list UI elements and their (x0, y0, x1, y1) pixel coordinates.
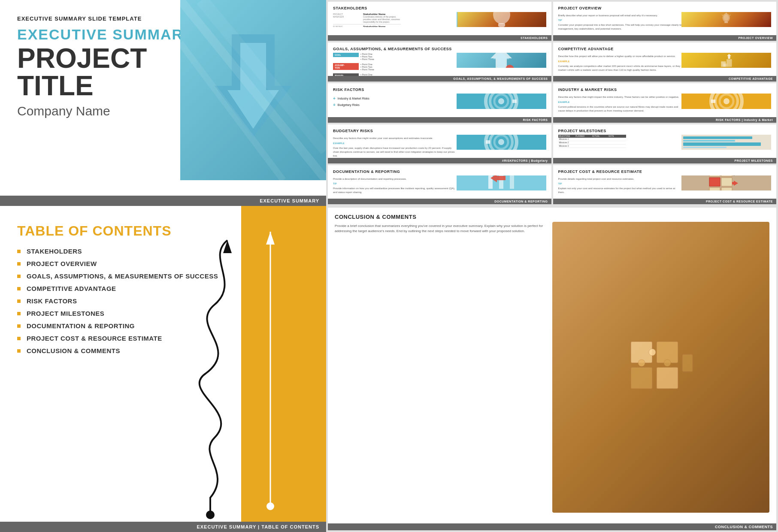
svg-rect-49 (709, 178, 720, 186)
milestone-row: Milestone 1 (558, 138, 626, 141)
thumb-budgetary-title: BUDGETARY RISKS (333, 129, 546, 133)
svg-marker-24 (727, 54, 731, 59)
thumb-stakeholders: STAKEHOLDERS PROJECTMANAGER Stakeholder … (328, 2, 551, 41)
thumb-doc-body: Provide a description of documentation a… (333, 177, 457, 181)
toc-slide: TABLE OF CONTENTS STAKEHOLDERS PROJECT O… (0, 206, 326, 532)
thumb-project-overview-body: Briefly describe what your report or bus… (558, 14, 682, 18)
example-label-industry: EXAMPLE (558, 101, 682, 103)
svg-point-59 (206, 511, 215, 519)
svg-point-34 (724, 98, 730, 104)
toc-bullet (17, 250, 21, 253)
svg-line-17 (722, 15, 723, 15)
exec-footer: EXECUTIVE SUMMARY (0, 196, 326, 206)
exec-summary-slide: EXECUTIVE SUMMARY SLIDE TEMPLATE EXECUTI… (0, 0, 326, 206)
svg-marker-58 (266, 232, 275, 245)
svg-rect-8 (499, 27, 504, 27)
toc-bullet (17, 349, 21, 353)
thumb-doc-footer: DOCUMENTATION & REPORTING (328, 199, 551, 204)
svg-point-67 (638, 360, 645, 366)
svg-rect-23 (723, 63, 727, 67)
risk-item: + Industry & Market Risks (333, 96, 457, 101)
main-grid: EXECUTIVE SUMMARY SLIDE TEMPLATE EXECUTI… (0, 0, 778, 532)
svg-rect-47 (709, 175, 720, 177)
milestone-table: MILESTONE PLANNED ACTUAL NOTE Milestone … (558, 135, 626, 148)
slides-grid-top: STAKEHOLDERS PROJECTMANAGER Stakeholder … (326, 0, 778, 206)
path-illustration-svg (172, 206, 326, 532)
thumb-conclusion: CONCLUSION & COMMENTS Provide a brief co… (328, 208, 776, 530)
tip-label-doc: TIP (333, 182, 457, 185)
milestone-row: Milestone 3 (558, 145, 626, 148)
thumb-goals: GOALS, ASSUMPTIONS, & MEASUREMENTS OF SU… (328, 42, 551, 82)
svg-point-68 (664, 360, 671, 366)
thumb-goals-title: GOALS, ASSUMPTIONS, & MEASUREMENTS OF SU… (333, 47, 546, 51)
thumb-cost-body: Provide details regarding total project … (558, 177, 682, 181)
stakeholder-row: PROJECTMANAGER Stakeholder Name Coordina… (333, 12, 401, 24)
svg-point-13 (724, 15, 729, 21)
arrow-svg-graphic (180, 0, 326, 180)
thumb-project-overview-footer: PROJECT OVERVIEW (553, 35, 777, 41)
thumb-comp-adv-body: Describe how this project will allow you… (558, 54, 682, 58)
arrow-3d-icon (486, 53, 516, 68)
thumb-project-overview-title: PROJECT OVERVIEW (558, 6, 772, 10)
toc-bullet (17, 299, 21, 303)
svg-rect-63 (631, 367, 652, 389)
svg-rect-64 (657, 367, 678, 389)
stakeholders-table: PROJECTMANAGER Stakeholder Name Coordina… (333, 12, 401, 27)
tip-label-cost: TIP (558, 182, 682, 185)
tip-label: TIP (558, 19, 682, 21)
thumb-doc-title: DOCUMENTATION & REPORTING (333, 169, 546, 174)
svg-point-60 (267, 503, 274, 510)
svg-rect-14 (725, 21, 728, 23)
thumb-risk-title: RISK FACTORS (333, 88, 546, 92)
svg-marker-53 (732, 175, 738, 176)
toc-bullet (17, 287, 21, 290)
svg-rect-7 (498, 23, 505, 27)
risk-list: + Industry & Market Risks + Budgetary Ri… (333, 96, 457, 107)
svg-point-66 (649, 349, 656, 356)
example-label: EXAMPLE (558, 60, 682, 63)
thumb-industry-body: Describe any factors that might impact t… (558, 95, 682, 99)
arrow-background (180, 0, 326, 180)
milestone-row: Milestone 2 (558, 141, 626, 145)
thumb-conclusion-title: CONCLUSION & COMMENTS (335, 214, 769, 220)
toc-illustration (172, 206, 326, 532)
maze-yellow-image (681, 94, 771, 109)
toc-bullet (17, 262, 21, 266)
thumb-milestones-footer: PROJECT MILESTONES (553, 158, 777, 163)
thumb-budgetary: BUDGETARY RISKS Describe any factors tha… (328, 124, 551, 163)
svg-line-16 (730, 15, 731, 15)
maze-teal2-icon (484, 135, 518, 150)
toc-footer: EXECUTIVE SUMMARY | TABLE OF CONTENTS (0, 522, 326, 532)
maze-circle-icon (484, 94, 518, 109)
svg-rect-52 (721, 187, 732, 190)
thumb-project-cost: PROJECT COST & RESOURCE ESTIMATE Provide… (553, 165, 777, 204)
svg-point-28 (498, 98, 504, 104)
lightbulb-colorful-icon (681, 12, 771, 27)
thumb-budgetary-footer: #RISKFACTORS | Budgetary (328, 158, 551, 163)
puzzle-pieces-icon (627, 337, 695, 397)
thumb-stakeholders-footer: STAKEHOLDERS (328, 35, 551, 41)
goal-item: GOAL • Point One• Point Two• Point Three (333, 53, 457, 60)
example-label-budgetary: EXAMPLE (333, 142, 457, 145)
lightbulb-icon (489, 12, 515, 27)
maze-yellow-icon (709, 94, 744, 109)
maze-teal2-image (457, 135, 546, 150)
thumb-project-overview: PROJECT OVERVIEW Briefly describe what y… (553, 2, 777, 41)
svg-marker-54 (732, 181, 738, 186)
gold-blocks-icon (714, 53, 739, 68)
thumb-cost-title: PROJECT COST & RESOURCE ESTIMATE (558, 169, 772, 174)
toc-bullet (17, 324, 21, 328)
thumb-milestones: PROJECT MILESTONES MILESTONE PLANNED ACT… (553, 124, 777, 163)
assumption-item: ASSUMP-TION • Point One• Point Two• Poin… (333, 63, 457, 71)
exec-arrow-image (180, 0, 326, 180)
thumb-conclusion-body: Provide a brief conclusion that summariz… (335, 224, 552, 234)
svg-rect-65 (682, 354, 693, 372)
svg-rect-48 (721, 175, 732, 177)
thumb-documentation: DOCUMENTATION & REPORTING Provide a desc… (328, 165, 551, 204)
thumb-industry-market: INDUSTRY & MARKET RISKS Describe any fac… (553, 83, 777, 122)
thumb-budgetary-body: Describe any factors that might render y… (333, 136, 457, 140)
svg-point-6 (493, 12, 510, 24)
boxes-arrows-icon (707, 175, 746, 190)
svg-rect-51 (709, 187, 720, 190)
thumb-milestones-title: PROJECT MILESTONES (558, 129, 772, 133)
